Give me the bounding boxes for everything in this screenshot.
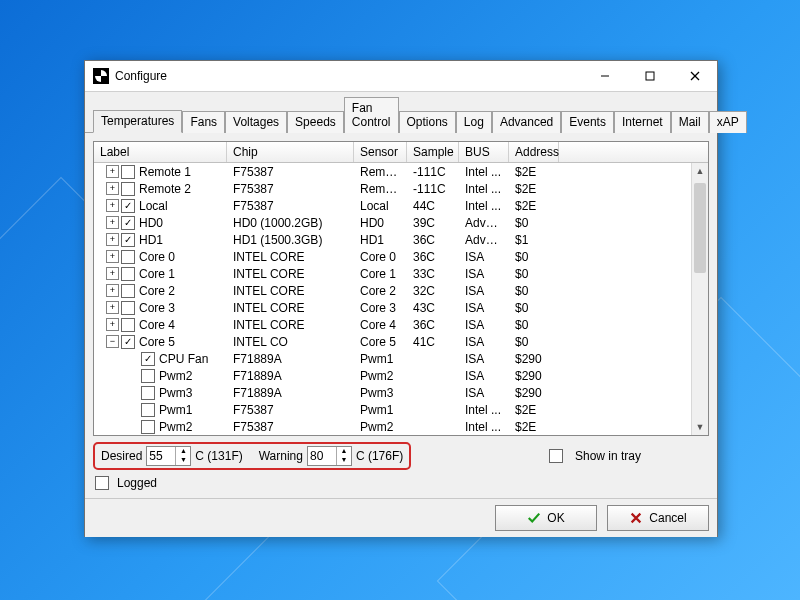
col-label[interactable]: Label <box>94 142 227 162</box>
expand-icon[interactable]: + <box>106 301 119 314</box>
table-row[interactable]: +HD0HD0 (1000.2GB)HD039CAdvS...$0 <box>94 214 708 231</box>
vertical-scrollbar[interactable]: ▲ ▼ <box>691 163 708 435</box>
row-addr: $2E <box>509 420 559 434</box>
table-row[interactable]: +Remote 1F75387Remot...-111CIntel ...$2E <box>94 163 708 180</box>
tab-options[interactable]: Options <box>399 111 456 133</box>
tab-log[interactable]: Log <box>456 111 492 133</box>
grid-rows[interactable]: +Remote 1F75387Remot...-111CIntel ...$2E… <box>94 163 708 435</box>
scroll-thumb[interactable] <box>694 183 706 273</box>
expand-icon[interactable]: + <box>106 267 119 280</box>
row-checkbox[interactable] <box>121 335 135 349</box>
titlebar[interactable]: Configure <box>85 61 717 92</box>
tab-mail[interactable]: Mail <box>671 111 709 133</box>
table-row[interactable]: +Remote 2F75387Remot...-111CIntel ...$2E <box>94 180 708 197</box>
row-sample: 36C <box>407 250 459 264</box>
expand-icon[interactable]: + <box>106 182 119 195</box>
table-row[interactable]: +Core 2INTEL CORECore 232CISA$0 <box>94 282 708 299</box>
expand-icon[interactable]: + <box>106 233 119 246</box>
table-row[interactable]: +HD1HD1 (1500.3GB)HD136CAdvS...$1 <box>94 231 708 248</box>
tab-voltages[interactable]: Voltages <box>225 111 287 133</box>
row-sensor: Core 2 <box>354 284 407 298</box>
table-row[interactable]: Pwm2F71889APwm2ISA$290 <box>94 367 708 384</box>
expand-icon[interactable]: + <box>106 199 119 212</box>
row-sample: 41C <box>407 335 459 349</box>
row-checkbox[interactable] <box>121 233 135 247</box>
configure-window: Configure TemperaturesFansVoltagesSpeeds… <box>84 60 718 537</box>
cancel-button[interactable]: Cancel <box>607 505 709 531</box>
row-checkbox[interactable] <box>141 386 155 400</box>
scroll-up-icon[interactable]: ▲ <box>692 163 708 179</box>
row-checkbox[interactable] <box>121 216 135 230</box>
tab-xap[interactable]: xAP <box>709 111 747 133</box>
table-row[interactable]: CPU FanF71889APwm1ISA$290 <box>94 350 708 367</box>
tab-internet[interactable]: Internet <box>614 111 671 133</box>
tab-temperatures[interactable]: Temperatures <box>93 110 182 133</box>
warning-label: Warning <box>259 449 303 463</box>
row-sample: 36C <box>407 318 459 332</box>
row-sample: 43C <box>407 301 459 315</box>
row-checkbox[interactable] <box>121 267 135 281</box>
row-checkbox[interactable] <box>121 301 135 315</box>
expand-icon[interactable]: + <box>106 165 119 178</box>
table-row[interactable]: Pwm1F75387Pwm1Intel ...$2E <box>94 401 708 418</box>
row-checkbox[interactable] <box>121 199 135 213</box>
row-checkbox[interactable] <box>121 284 135 298</box>
col-sample[interactable]: Sample <box>407 142 459 162</box>
spin-down-icon[interactable]: ▼ <box>176 456 190 465</box>
minimize-button[interactable] <box>582 61 627 91</box>
show-in-tray-checkbox[interactable] <box>549 449 563 463</box>
tab-advanced[interactable]: Advanced <box>492 111 561 133</box>
row-label-cell: +Remote 1 <box>94 165 227 179</box>
row-checkbox[interactable] <box>121 182 135 196</box>
table-row[interactable]: −Core 5INTEL COCore 541CISA$0 <box>94 333 708 350</box>
tab-events[interactable]: Events <box>561 111 614 133</box>
row-chip: INTEL CORE <box>227 284 354 298</box>
row-checkbox[interactable] <box>121 165 135 179</box>
expand-icon[interactable]: + <box>106 318 119 331</box>
row-sensor: Core 1 <box>354 267 407 281</box>
logged-checkbox[interactable] <box>95 476 109 490</box>
close-button[interactable] <box>672 61 717 91</box>
table-row[interactable]: +LocalF75387Local44CIntel ...$2E <box>94 197 708 214</box>
row-checkbox[interactable] <box>121 318 135 332</box>
spin-up-icon[interactable]: ▲ <box>337 447 351 456</box>
ok-button[interactable]: OK <box>495 505 597 531</box>
warning-spinner[interactable]: ▲▼ <box>307 446 352 466</box>
table-row[interactable]: +Core 1INTEL CORECore 133CISA$0 <box>94 265 708 282</box>
expand-icon[interactable]: + <box>106 250 119 263</box>
row-sample: -111C <box>407 182 459 196</box>
row-chip: HD1 (1500.3GB) <box>227 233 354 247</box>
spin-up-icon[interactable]: ▲ <box>176 447 190 456</box>
row-label: Local <box>139 199 168 213</box>
row-checkbox[interactable] <box>121 250 135 264</box>
row-checkbox[interactable] <box>141 403 155 417</box>
row-bus: AdvS... <box>459 233 509 247</box>
row-checkbox[interactable] <box>141 352 155 366</box>
maximize-button[interactable] <box>627 61 672 91</box>
expand-icon[interactable]: + <box>106 216 119 229</box>
col-address[interactable]: Address <box>509 142 559 162</box>
desired-input[interactable] <box>147 449 175 463</box>
scroll-down-icon[interactable]: ▼ <box>692 419 708 435</box>
row-sample: -111C <box>407 165 459 179</box>
table-row[interactable]: +Core 4INTEL CORECore 436CISA$0 <box>94 316 708 333</box>
table-row[interactable]: +Core 3INTEL CORECore 343CISA$0 <box>94 299 708 316</box>
col-bus[interactable]: BUS <box>459 142 509 162</box>
table-row[interactable]: Pwm3F71889APwm3ISA$290 <box>94 384 708 401</box>
col-chip[interactable]: Chip <box>227 142 354 162</box>
tab-fans[interactable]: Fans <box>182 111 225 133</box>
desired-spinner[interactable]: ▲▼ <box>146 446 191 466</box>
warning-input[interactable] <box>308 449 336 463</box>
row-addr: $1 <box>509 233 559 247</box>
expand-icon[interactable]: + <box>106 284 119 297</box>
row-checkbox[interactable] <box>141 369 155 383</box>
spin-down-icon[interactable]: ▼ <box>337 456 351 465</box>
collapse-icon[interactable]: − <box>106 335 119 348</box>
row-label: Pwm2 <box>159 369 192 383</box>
row-checkbox[interactable] <box>141 420 155 434</box>
table-row[interactable]: +Core 0INTEL CORECore 036CISA$0 <box>94 248 708 265</box>
tab-fan-control[interactable]: Fan Control <box>344 97 399 133</box>
table-row[interactable]: Pwm2F75387Pwm2Intel ...$2E <box>94 418 708 435</box>
col-sensor[interactable]: Sensor <box>354 142 407 162</box>
tab-speeds[interactable]: Speeds <box>287 111 344 133</box>
